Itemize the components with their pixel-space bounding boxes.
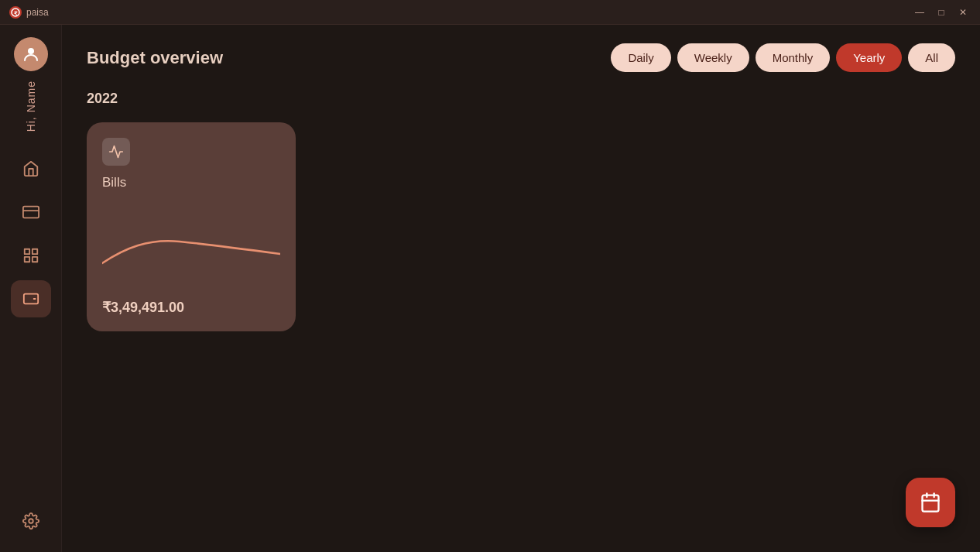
svg-point-10 bbox=[29, 519, 33, 523]
fab-add-budget[interactable] bbox=[906, 478, 955, 527]
close-button[interactable]: ✕ bbox=[955, 5, 971, 20]
filter-yearly[interactable]: Yearly bbox=[836, 43, 902, 72]
svg-rect-11 bbox=[923, 495, 939, 512]
avatar[interactable] bbox=[14, 37, 48, 71]
year-label: 2022 bbox=[87, 91, 955, 107]
svg-point-2 bbox=[28, 48, 34, 54]
sidebar-item-card[interactable] bbox=[11, 194, 51, 231]
budget-card-bills[interactable]: Bills ₹3,49,491.00 bbox=[87, 122, 296, 331]
main-content: Budget overview Daily Weekly Monthly Yea… bbox=[62, 25, 980, 552]
calendar-icon bbox=[920, 492, 941, 513]
sidebar-item-settings[interactable] bbox=[11, 502, 51, 540]
budget-card-chart bbox=[102, 225, 280, 286]
filter-monthly[interactable]: Monthly bbox=[756, 43, 831, 72]
filter-weekly[interactable]: Weekly bbox=[677, 43, 749, 72]
page-title: Budget overview bbox=[87, 48, 223, 68]
app-title: paisa bbox=[26, 7, 49, 18]
receipt-icon bbox=[108, 144, 124, 159]
svg-rect-3 bbox=[22, 207, 38, 218]
home-icon bbox=[22, 160, 39, 177]
header-row: Budget overview Daily Weekly Monthly Yea… bbox=[87, 43, 955, 72]
window-controls: — □ ✕ bbox=[912, 5, 971, 20]
svg-text:₹: ₹ bbox=[14, 10, 18, 15]
maximize-button[interactable]: □ bbox=[934, 5, 949, 20]
wallet-icon bbox=[22, 290, 39, 307]
app-container: Hi, Name bbox=[0, 25, 980, 552]
svg-rect-8 bbox=[32, 257, 36, 262]
title-bar: ₹ paisa — □ ✕ bbox=[0, 0, 980, 25]
filter-daily[interactable]: Daily bbox=[611, 43, 670, 72]
title-bar-left: ₹ paisa bbox=[9, 6, 49, 19]
svg-rect-5 bbox=[24, 249, 29, 254]
layout-icon bbox=[22, 247, 39, 264]
app-icon: ₹ bbox=[9, 6, 22, 19]
cards-grid: Bills ₹3,49,491.00 bbox=[87, 122, 955, 331]
filter-all[interactable]: All bbox=[908, 43, 955, 72]
budget-card-icon bbox=[102, 138, 130, 166]
sidebar-username: Hi, Name bbox=[25, 81, 37, 132]
sidebar-item-budget[interactable] bbox=[11, 280, 51, 317]
gear-icon bbox=[22, 513, 39, 530]
svg-rect-7 bbox=[24, 257, 29, 262]
minimize-button[interactable]: — bbox=[912, 5, 927, 20]
credit-card-icon bbox=[22, 204, 39, 221]
filter-buttons: Daily Weekly Monthly Yearly All bbox=[611, 43, 955, 72]
budget-card-name: Bills bbox=[102, 175, 280, 190]
sidebar-nav bbox=[0, 150, 61, 502]
budget-card-amount: ₹3,49,491.00 bbox=[102, 299, 280, 316]
sidebar-item-home[interactable] bbox=[11, 150, 51, 187]
sidebar: Hi, Name bbox=[0, 25, 62, 552]
sidebar-item-categories[interactable] bbox=[11, 237, 51, 274]
svg-rect-6 bbox=[32, 249, 36, 254]
